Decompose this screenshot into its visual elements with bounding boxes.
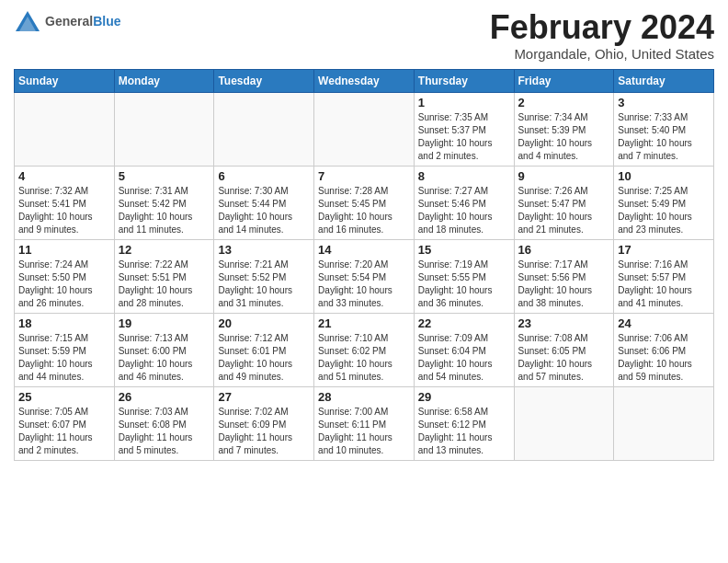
- day-number: 21: [318, 316, 410, 330]
- day-info: Sunrise: 7:34 AM Sunset: 5:39 PM Dayligh…: [518, 111, 610, 163]
- day-number: 14: [318, 243, 410, 257]
- col-friday: Friday: [514, 69, 614, 92]
- day-info: Sunrise: 7:24 AM Sunset: 5:50 PM Dayligh…: [18, 259, 110, 310]
- table-row: 2Sunrise: 7:34 AM Sunset: 5:39 PM Daylig…: [514, 92, 614, 166]
- subtitle: Morgandale, Ohio, United States: [490, 46, 714, 62]
- day-number: 1: [418, 96, 510, 109]
- day-info: Sunrise: 7:05 AM Sunset: 6:07 PM Dayligh…: [18, 406, 110, 457]
- logo-general: General: [45, 14, 93, 29]
- day-info: Sunrise: 7:27 AM Sunset: 5:46 PM Dayligh…: [418, 185, 510, 236]
- table-row: [514, 386, 614, 460]
- calendar-week-row: 1Sunrise: 7:35 AM Sunset: 5:37 PM Daylig…: [15, 92, 714, 166]
- table-row: 19Sunrise: 7:13 AM Sunset: 6:00 PM Dayli…: [114, 313, 214, 386]
- table-row: 16Sunrise: 7:17 AM Sunset: 5:56 PM Dayli…: [514, 239, 614, 313]
- day-info: Sunrise: 7:31 AM Sunset: 5:42 PM Dayligh…: [119, 185, 210, 236]
- table-row: 8Sunrise: 7:27 AM Sunset: 5:46 PM Daylig…: [414, 166, 514, 239]
- day-number: 9: [518, 169, 610, 183]
- table-row: 22Sunrise: 7:09 AM Sunset: 6:04 PM Dayli…: [414, 313, 514, 386]
- col-wednesday: Wednesday: [314, 69, 415, 92]
- day-number: 29: [418, 390, 510, 404]
- table-row: 6Sunrise: 7:30 AM Sunset: 5:44 PM Daylig…: [214, 166, 314, 239]
- day-info: Sunrise: 7:22 AM Sunset: 5:51 PM Dayligh…: [119, 259, 210, 310]
- table-row: 28Sunrise: 7:00 AM Sunset: 6:11 PM Dayli…: [314, 386, 415, 460]
- day-number: 3: [618, 96, 710, 109]
- day-info: Sunrise: 7:16 AM Sunset: 5:57 PM Dayligh…: [618, 259, 710, 310]
- table-row: 17Sunrise: 7:16 AM Sunset: 5:57 PM Dayli…: [614, 239, 714, 313]
- day-number: 22: [418, 316, 510, 330]
- day-number: 28: [318, 390, 410, 404]
- day-number: 16: [518, 243, 610, 257]
- col-thursday: Thursday: [414, 69, 514, 92]
- table-row: 27Sunrise: 7:02 AM Sunset: 6:09 PM Dayli…: [214, 386, 314, 460]
- day-info: Sunrise: 7:35 AM Sunset: 5:37 PM Dayligh…: [418, 111, 510, 163]
- table-row: 29Sunrise: 6:58 AM Sunset: 6:12 PM Dayli…: [414, 386, 514, 460]
- day-info: Sunrise: 6:58 AM Sunset: 6:12 PM Dayligh…: [418, 406, 510, 457]
- col-saturday: Saturday: [614, 69, 714, 92]
- table-row: 9Sunrise: 7:26 AM Sunset: 5:47 PM Daylig…: [514, 166, 614, 239]
- day-number: 27: [218, 390, 310, 404]
- day-info: Sunrise: 7:26 AM Sunset: 5:47 PM Dayligh…: [518, 185, 610, 236]
- table-row: [15, 92, 115, 166]
- day-number: 20: [218, 316, 310, 330]
- day-number: 4: [18, 169, 110, 183]
- table-row: 3Sunrise: 7:33 AM Sunset: 5:40 PM Daylig…: [614, 92, 714, 166]
- day-number: 13: [218, 243, 310, 257]
- day-number: 15: [418, 243, 510, 257]
- table-row: 15Sunrise: 7:19 AM Sunset: 5:55 PM Dayli…: [414, 239, 514, 313]
- table-row: 11Sunrise: 7:24 AM Sunset: 5:50 PM Dayli…: [15, 239, 115, 313]
- table-row: 20Sunrise: 7:12 AM Sunset: 6:01 PM Dayli…: [214, 313, 314, 386]
- table-row: 4Sunrise: 7:32 AM Sunset: 5:41 PM Daylig…: [15, 166, 115, 239]
- day-number: 11: [18, 243, 110, 257]
- day-info: Sunrise: 7:03 AM Sunset: 6:08 PM Dayligh…: [119, 406, 210, 457]
- day-number: 10: [618, 169, 710, 183]
- col-tuesday: Tuesday: [214, 69, 314, 92]
- day-info: Sunrise: 7:21 AM Sunset: 5:52 PM Dayligh…: [218, 259, 310, 310]
- day-info: Sunrise: 7:15 AM Sunset: 5:59 PM Dayligh…: [18, 332, 110, 384]
- calendar-week-row: 25Sunrise: 7:05 AM Sunset: 6:07 PM Dayli…: [15, 386, 714, 460]
- day-info: Sunrise: 7:20 AM Sunset: 5:54 PM Dayligh…: [318, 259, 410, 310]
- calendar-week-row: 4Sunrise: 7:32 AM Sunset: 5:41 PM Daylig…: [15, 166, 714, 239]
- calendar: Sunday Monday Tuesday Wednesday Thursday…: [14, 69, 714, 461]
- col-monday: Monday: [114, 69, 214, 92]
- col-sunday: Sunday: [15, 69, 115, 92]
- calendar-header-row: Sunday Monday Tuesday Wednesday Thursday…: [15, 69, 714, 92]
- table-row: 14Sunrise: 7:20 AM Sunset: 5:54 PM Dayli…: [314, 239, 415, 313]
- day-number: 18: [18, 316, 110, 330]
- day-info: Sunrise: 7:28 AM Sunset: 5:45 PM Dayligh…: [318, 185, 410, 236]
- table-row: 18Sunrise: 7:15 AM Sunset: 5:59 PM Dayli…: [15, 313, 115, 386]
- day-number: 17: [618, 243, 710, 257]
- day-number: 12: [119, 243, 210, 257]
- day-number: 5: [119, 169, 210, 183]
- day-info: Sunrise: 7:33 AM Sunset: 5:40 PM Dayligh…: [618, 111, 710, 163]
- table-row: 10Sunrise: 7:25 AM Sunset: 5:49 PM Dayli…: [614, 166, 714, 239]
- day-number: 25: [18, 390, 110, 404]
- table-row: 1Sunrise: 7:35 AM Sunset: 5:37 PM Daylig…: [414, 92, 514, 166]
- header: GeneralBlue February 2024 Morgandale, Oh…: [14, 9, 714, 62]
- day-info: Sunrise: 7:13 AM Sunset: 6:00 PM Dayligh…: [119, 332, 210, 384]
- table-row: 13Sunrise: 7:21 AM Sunset: 5:52 PM Dayli…: [214, 239, 314, 313]
- day-number: 26: [119, 390, 210, 404]
- table-row: 23Sunrise: 7:08 AM Sunset: 6:05 PM Dayli…: [514, 313, 614, 386]
- day-info: Sunrise: 7:25 AM Sunset: 5:49 PM Dayligh…: [618, 185, 710, 236]
- table-row: 26Sunrise: 7:03 AM Sunset: 6:08 PM Dayli…: [114, 386, 214, 460]
- table-row: [214, 92, 314, 166]
- day-info: Sunrise: 7:08 AM Sunset: 6:05 PM Dayligh…: [518, 332, 610, 384]
- day-number: 24: [618, 316, 710, 330]
- table-row: 5Sunrise: 7:31 AM Sunset: 5:42 PM Daylig…: [114, 166, 214, 239]
- logo-icon: [14, 9, 41, 35]
- day-number: 6: [218, 169, 310, 183]
- day-info: Sunrise: 7:10 AM Sunset: 6:02 PM Dayligh…: [318, 332, 410, 384]
- day-info: Sunrise: 7:09 AM Sunset: 6:04 PM Dayligh…: [418, 332, 510, 384]
- table-row: 25Sunrise: 7:05 AM Sunset: 6:07 PM Dayli…: [15, 386, 115, 460]
- table-row: 7Sunrise: 7:28 AM Sunset: 5:45 PM Daylig…: [314, 166, 415, 239]
- table-row: 24Sunrise: 7:06 AM Sunset: 6:06 PM Dayli…: [614, 313, 714, 386]
- day-info: Sunrise: 7:02 AM Sunset: 6:09 PM Dayligh…: [218, 406, 310, 457]
- calendar-week-row: 11Sunrise: 7:24 AM Sunset: 5:50 PM Dayli…: [15, 239, 714, 313]
- table-row: 12Sunrise: 7:22 AM Sunset: 5:51 PM Dayli…: [114, 239, 214, 313]
- page: GeneralBlue February 2024 Morgandale, Oh…: [0, 0, 728, 563]
- table-row: 21Sunrise: 7:10 AM Sunset: 6:02 PM Dayli…: [314, 313, 415, 386]
- day-info: Sunrise: 7:00 AM Sunset: 6:11 PM Dayligh…: [318, 406, 410, 457]
- day-number: 8: [418, 169, 510, 183]
- table-row: [114, 92, 214, 166]
- day-number: 7: [318, 169, 410, 183]
